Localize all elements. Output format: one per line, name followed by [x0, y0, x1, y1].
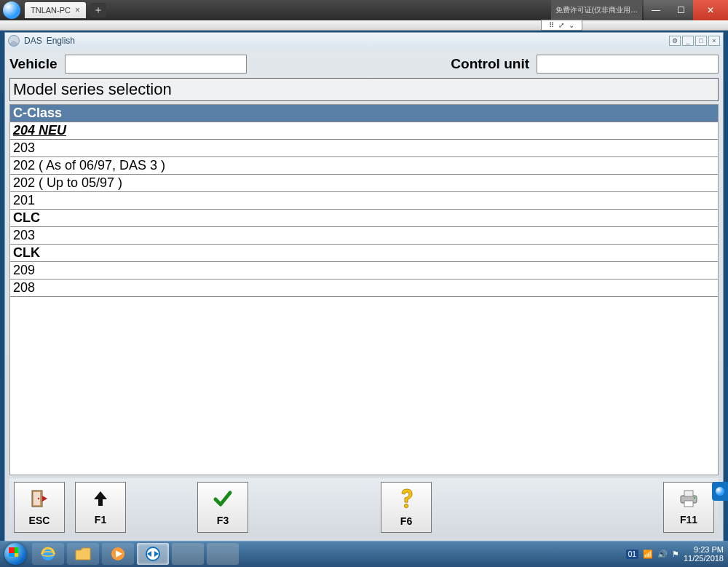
check-icon: [213, 488, 233, 512]
function-key-bar: ESC F1 F3 F6: [9, 478, 719, 536]
das-app-window: DAS English ⚙ _ □ × Vehicle Control unit…: [4, 32, 724, 542]
ie-task-icon[interactable]: [32, 543, 64, 565]
media-task-icon[interactable]: [102, 543, 134, 565]
app-title-prefix: DAS: [24, 36, 42, 46]
arrow-up-icon: [91, 489, 110, 511]
model-row[interactable]: 203: [10, 140, 718, 157]
esc-button[interactable]: ESC: [14, 482, 65, 533]
window-minimize-button[interactable]: —: [644, 0, 668, 20]
app-title-lang: English: [47, 36, 75, 46]
ime-indicator[interactable]: 01: [626, 550, 638, 559]
model-row[interactable]: 204 NEU: [10, 122, 718, 140]
field-row: Vehicle Control unit: [9, 53, 719, 75]
new-tab-button[interactable]: ＋: [90, 3, 106, 17]
app-minimize-button[interactable]: _: [682, 36, 694, 46]
mercedes-logo-icon: [8, 35, 20, 47]
das-body: Vehicle Control unit Model series select…: [5, 49, 723, 541]
app-task-icon-2[interactable]: [207, 543, 239, 565]
vehicle-field[interactable]: [65, 55, 247, 74]
model-list: C-Class204 NEU203202 ( As of 06/97, DAS …: [9, 104, 719, 475]
control-unit-label: Control unit: [451, 56, 529, 72]
clock-time: 9:23 PM: [684, 545, 724, 554]
browser-titlebar: TNLAN-PC × ＋ 免费许可证(仅非商业用… — ☐ ✕: [0, 0, 728, 20]
teamviewer-task-icon[interactable]: [137, 543, 169, 565]
tray-flag-icon[interactable]: ⚑: [672, 550, 679, 559]
f3-button[interactable]: F3: [197, 482, 248, 533]
model-row[interactable]: 203: [10, 227, 718, 245]
window-close-button[interactable]: ✕: [693, 0, 728, 20]
teamviewer-side-tab[interactable]: [712, 482, 728, 501]
remote-dock-handle[interactable]: ⠿ ⤢ ⌄: [541, 20, 582, 31]
browser-tab[interactable]: TNLAN-PC ×: [25, 2, 86, 18]
section-heading: Model series selection: [9, 78, 719, 101]
svg-point-3: [404, 504, 408, 507]
tab-close-icon[interactable]: ×: [75, 5, 80, 15]
move-icon: ⠿: [549, 21, 554, 29]
f6-button[interactable]: F6: [381, 482, 432, 533]
app-maximize-button[interactable]: □: [695, 36, 707, 46]
remote-toolbar-strip: ⠿ ⤢ ⌄: [0, 20, 728, 31]
f3-label: F3: [217, 515, 229, 526]
clock-date: 11/25/2018: [684, 554, 724, 563]
f1-button[interactable]: F1: [75, 482, 126, 533]
svg-point-2: [38, 498, 40, 500]
model-row[interactable]: 202 ( Up to 05/97 ): [10, 175, 718, 192]
printer-icon: [678, 489, 700, 511]
svg-rect-6: [684, 501, 693, 507]
vehicle-label: Vehicle: [9, 56, 58, 72]
f11-button[interactable]: F11: [663, 482, 714, 533]
svg-rect-5: [684, 491, 693, 496]
model-row[interactable]: 208: [10, 279, 718, 297]
control-unit-field[interactable]: [537, 55, 719, 74]
model-row[interactable]: 209: [10, 262, 718, 279]
app-task-icon[interactable]: [172, 543, 204, 565]
esc-label: ESC: [29, 515, 50, 526]
app-close-button[interactable]: ×: [708, 36, 720, 46]
tray-sound-icon[interactable]: 🔊: [657, 550, 668, 559]
tab-title: TNLAN-PC: [31, 6, 71, 15]
svg-point-7: [694, 497, 695, 499]
windows-taskbar: 01 📶 🔊 ⚑ 9:23 PM 11/25/2018: [0, 541, 728, 567]
model-group-row: CLK: [10, 245, 718, 262]
chevron-down-icon: ⌄: [569, 21, 574, 29]
door-exit-icon: [29, 488, 50, 512]
model-group-row: C-Class: [10, 105, 718, 122]
taskbar-clock[interactable]: 9:23 PM 11/25/2018: [684, 545, 724, 563]
f6-label: F6: [400, 515, 412, 527]
system-tray: 01 📶 🔊 ⚑ 9:23 PM 11/25/2018: [626, 545, 728, 563]
explorer-task-icon[interactable]: [67, 543, 99, 565]
license-badge: 免费许可证(仅非商业用…: [551, 0, 642, 20]
expand-icon: ⤢: [558, 21, 564, 29]
help-icon: [397, 488, 416, 512]
model-group-row: CLC: [10, 210, 718, 227]
tray-network-icon[interactable]: 📶: [643, 550, 653, 559]
model-row[interactable]: 202 ( As of 06/97, DAS 3 ): [10, 157, 718, 175]
das-titlebar: DAS English ⚙ _ □ ×: [5, 33, 723, 49]
window-maximize-button[interactable]: ☐: [668, 0, 693, 20]
model-row[interactable]: 201: [10, 192, 718, 210]
f1-label: F1: [95, 514, 106, 526]
app-gear-button[interactable]: ⚙: [669, 36, 681, 46]
teamviewer-icon: [3, 1, 20, 19]
start-button[interactable]: [0, 541, 31, 567]
f11-label: F11: [680, 514, 697, 526]
